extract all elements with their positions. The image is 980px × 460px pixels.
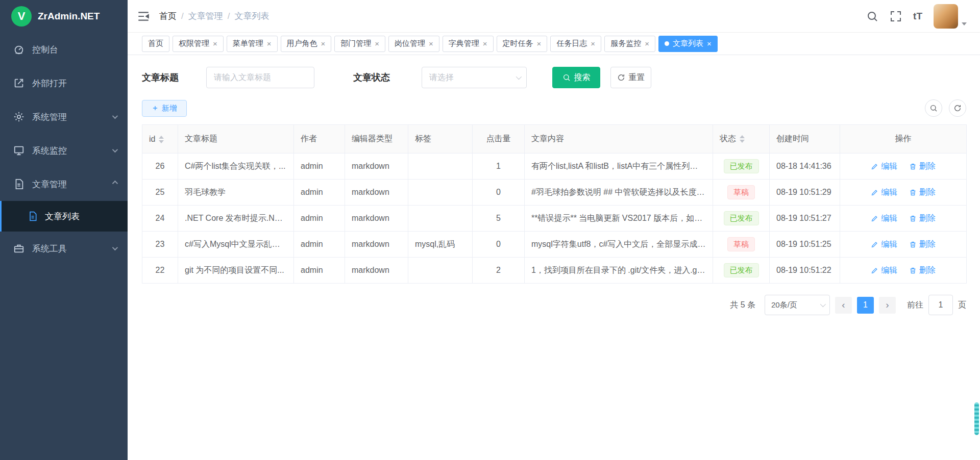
- tab-close-icon[interactable]: ×: [483, 40, 487, 47]
- breadcrumb-item-article-management[interactable]: 文章管理: [188, 10, 223, 22]
- tab-menu-mgmt[interactable]: 菜单管理 ×: [227, 36, 278, 52]
- cell-status: 草稿: [713, 232, 770, 258]
- cell-content: 1，找到项目所在目录下的 .git/文件夹，进入.git/...: [525, 258, 713, 284]
- delete-button[interactable]: 删除: [909, 265, 936, 276]
- page-size-select[interactable]: 20条/页: [765, 295, 830, 315]
- chevron-down-icon: [820, 301, 826, 307]
- avatar[interactable]: [934, 4, 958, 29]
- cell-title: 羽毛球教学: [178, 180, 294, 206]
- cell-created: 08-19 10:51:29: [770, 180, 840, 206]
- sidebar-subitem-article-list[interactable]: 文章列表: [0, 201, 128, 232]
- tab-close-icon[interactable]: ×: [375, 40, 379, 47]
- fullscreen-icon[interactable]: [890, 10, 902, 22]
- sidebar-item-system-management[interactable]: 系统管理: [0, 100, 128, 134]
- edit-button[interactable]: 编辑: [871, 265, 897, 276]
- edit-button[interactable]: 编辑: [871, 161, 897, 172]
- search-button[interactable]: 搜索: [552, 67, 600, 88]
- tab-task-log[interactable]: 任务日志 ×: [550, 36, 601, 52]
- external-link-icon: [13, 78, 24, 89]
- article-status-select[interactable]: 请选择: [422, 67, 527, 88]
- next-page-button[interactable]: ›: [879, 297, 896, 314]
- edit-button[interactable]: 编辑: [871, 187, 897, 198]
- breadcrumb-separator: /: [228, 11, 230, 21]
- tab-scheduled-task[interactable]: 定时任务 ×: [497, 36, 548, 52]
- tab-server-monitor[interactable]: 服务监控 ×: [604, 36, 655, 52]
- cell-author: admin: [294, 258, 345, 284]
- tab-article-list[interactable]: 文章列表 ×: [658, 36, 718, 52]
- goto-page-input[interactable]: [928, 295, 953, 315]
- delete-button[interactable]: 删除: [909, 187, 936, 198]
- tab-close-icon[interactable]: ×: [321, 40, 326, 47]
- tab-label: 部门管理: [340, 39, 371, 48]
- sort-icon[interactable]: [740, 135, 745, 143]
- add-button[interactable]: 新增: [142, 100, 187, 117]
- sidebar-item-label: 控制台: [32, 44, 116, 56]
- tab-user-role[interactable]: 用户角色 ×: [281, 36, 332, 52]
- breadcrumb-item-home[interactable]: 首页: [159, 10, 177, 22]
- select-placeholder: 请选择: [429, 72, 454, 83]
- column-header-id[interactable]: id: [142, 125, 178, 154]
- scrollbar-thumb[interactable]: [974, 402, 979, 435]
- sidebar-item-system-monitor[interactable]: 系统监控: [0, 134, 128, 167]
- delete-button[interactable]: 删除: [909, 213, 936, 224]
- app-title: ZrAdmin.NET: [38, 11, 100, 22]
- prev-page-button[interactable]: ‹: [835, 297, 852, 314]
- edit-button[interactable]: 编辑: [871, 239, 897, 250]
- font-size-icon[interactable]: tT: [913, 11, 922, 22]
- refresh-table-button[interactable]: [949, 99, 966, 117]
- status-badge: 已发布: [724, 211, 759, 225]
- tab-close-icon[interactable]: ×: [591, 40, 595, 47]
- sidebar-item-system-tools[interactable]: 系统工具: [0, 232, 128, 265]
- refresh-icon: [953, 104, 962, 112]
- toggle-search-button[interactable]: [925, 99, 942, 117]
- tab-close-icon[interactable]: ×: [645, 40, 649, 47]
- search-icon[interactable]: [866, 10, 878, 22]
- page-number-button[interactable]: 1: [857, 297, 874, 314]
- tab-close-icon[interactable]: ×: [267, 40, 272, 47]
- tab-label: 权限管理: [179, 39, 209, 48]
- tab-post-mgmt[interactable]: 岗位管理 ×: [388, 36, 439, 52]
- caret-down-icon[interactable]: [962, 22, 967, 25]
- cell-actions: 编辑 删除: [840, 206, 967, 232]
- column-header-status[interactable]: 状态: [713, 125, 770, 154]
- plus-icon: [152, 105, 159, 112]
- tab-department-mgmt[interactable]: 部门管理 ×: [334, 36, 385, 52]
- trash-icon: [909, 189, 917, 196]
- cell-content: **错误提示** 当电脑更新 VS2017 版本后，如果...: [525, 206, 713, 232]
- breadcrumb-separator: /: [181, 11, 184, 21]
- reset-button[interactable]: 重置: [610, 67, 651, 88]
- edit-button[interactable]: 编辑: [871, 213, 897, 224]
- table-row: 25 羽毛球教学 admin markdown 0 #羽毛球拍参数说明 ## 中…: [142, 180, 967, 206]
- dashboard-icon: [13, 44, 24, 55]
- delete-button[interactable]: 删除: [909, 161, 936, 172]
- sidebar-item-dashboard[interactable]: 控制台: [0, 33, 128, 66]
- tab-label: 菜单管理: [233, 39, 263, 48]
- cell-editor: markdown: [345, 154, 408, 180]
- cell-actions: 编辑 删除: [840, 232, 967, 258]
- cell-author: admin: [294, 180, 345, 206]
- delete-button[interactable]: 删除: [909, 239, 936, 250]
- tab-close-icon[interactable]: ×: [707, 40, 712, 47]
- tab-close-icon[interactable]: ×: [537, 40, 542, 47]
- sort-icon[interactable]: [159, 136, 164, 143]
- cell-clicks: 0: [473, 180, 525, 206]
- sidebar-item-external-open[interactable]: 外部打开: [0, 66, 128, 100]
- chevron-down-icon: [112, 147, 118, 152]
- trash-icon: [909, 267, 917, 274]
- sidebar-item-article-management[interactable]: 文章管理: [0, 167, 128, 201]
- tab-close-icon[interactable]: ×: [429, 40, 433, 47]
- tab-permission-mgmt[interactable]: 权限管理 ×: [173, 36, 224, 52]
- cell-title: C#两个list集合实现关联，...: [178, 154, 294, 180]
- cell-actions: 编辑 删除: [840, 154, 967, 180]
- article-title-input[interactable]: [206, 67, 314, 88]
- tab-home[interactable]: 首页: [142, 36, 169, 52]
- cell-created: 08-19 10:51:22: [770, 258, 840, 284]
- pagination: 共 5 条 20条/页 ‹ 1 › 前往 页: [142, 295, 966, 315]
- collapse-sidebar-icon[interactable]: [137, 10, 150, 23]
- sidebar-menu: 控制台 外部打开 系统管理 系统监控: [0, 33, 128, 265]
- user-menu[interactable]: [934, 4, 967, 29]
- tab-dict-mgmt[interactable]: 字典管理 ×: [443, 36, 494, 52]
- tab-close-icon[interactable]: ×: [213, 40, 217, 47]
- cell-id: 23: [142, 232, 178, 258]
- breadcrumb: 首页 / 文章管理 / 文章列表: [159, 10, 269, 22]
